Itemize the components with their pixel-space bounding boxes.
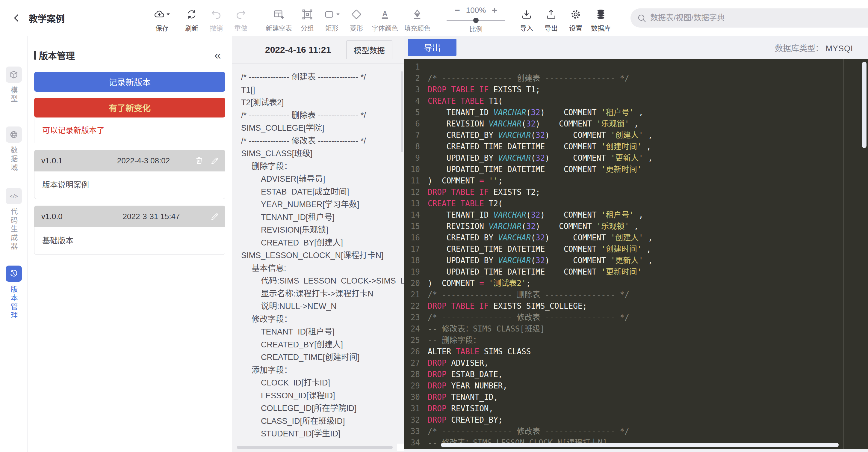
diff-line: CLASS_ID[所在班级ID]	[241, 415, 404, 428]
chevron-down-icon[interactable]	[166, 12, 171, 17]
line-number: 2	[404, 73, 428, 84]
sidebar-item-code-generator[interactable]: </> 代码生成器	[6, 188, 22, 251]
code-token	[484, 176, 489, 185]
edit-version-icon[interactable]	[210, 212, 219, 221]
toolbar-rect-button[interactable]: 矩形	[322, 4, 341, 32]
toolbar-font-color-label: 字体颜色	[372, 23, 398, 32]
sidebar-item-label: 数据域	[8, 146, 19, 172]
toolbar-undo-button[interactable]: 撤销	[207, 4, 225, 32]
chevron-left-icon	[12, 13, 22, 23]
page-title: 教学案例	[29, 11, 65, 25]
search-box	[630, 8, 868, 28]
version-card-header[interactable]: v1.0.1 2022-4-3 08:02	[34, 150, 225, 171]
version-note: 版本说明案例	[34, 171, 225, 199]
toolbar-export-button[interactable]: 导出	[542, 4, 560, 32]
diff-scrollbar-horizontal[interactable]	[237, 446, 393, 449]
diff-line: SIMS_COLLEGE[学院]	[241, 122, 404, 135]
record-version-button[interactable]: 记录新版本	[34, 72, 225, 92]
cube-icon	[9, 70, 18, 79]
code-token: EXISTS T1;	[489, 85, 540, 94]
code-token: ,	[634, 210, 643, 219]
edit-version-icon[interactable]	[210, 156, 219, 165]
code-token: ;	[498, 176, 503, 185]
code-scrollbar-vertical[interactable]	[862, 62, 867, 148]
code-line: 22 DROP TABLE IF EXISTS SIMS_COLLEGE;	[404, 300, 868, 312]
back-button[interactable]	[10, 11, 23, 25]
version-number: v1.0.0	[41, 212, 92, 221]
line-number: 19	[404, 266, 428, 278]
zoom-value: 100%	[466, 6, 486, 15]
import-icon	[521, 9, 532, 20]
new-changes-button[interactable]: 有了新变化	[34, 98, 225, 117]
diff-line: T2[测试表2]	[241, 96, 404, 109]
code-token: (	[531, 131, 535, 140]
toolbar-group-button[interactable]: 分组	[298, 4, 317, 32]
zoom-in-button[interactable]: +	[492, 6, 497, 15]
diff-line: STUDENT_ID[学生ID]	[241, 427, 404, 440]
toolbar-redo-button[interactable]: 重做	[231, 4, 250, 32]
line-number: 15	[404, 221, 428, 232]
code-token: VARCHAR	[498, 153, 531, 163]
code-scrollbar-horizontal[interactable]	[441, 443, 839, 447]
svg-text:</>: </>	[9, 194, 18, 199]
version-card-header[interactable]: v1.0.0 2022-3-31 15:47	[34, 206, 225, 227]
code-token: ) COMMENT	[428, 279, 479, 288]
toolbar-save-button[interactable]: 保存	[153, 4, 171, 32]
toolbar-undo-label: 撤销	[210, 23, 223, 32]
code-token: '创建时间'	[601, 142, 642, 151]
code-token: 32	[535, 131, 545, 140]
toolbar-font-color-button[interactable]: A 字体颜色	[372, 4, 398, 32]
code-line: 19 UPDATED_TIME DATETIME COMMENT '更新时间'	[404, 266, 868, 278]
diff-line: ESTAB_DATE[成立时间]	[241, 186, 404, 198]
delete-version-icon[interactable]	[195, 156, 204, 165]
toolbar-fill-color-button[interactable]: 填充颜色	[404, 4, 430, 32]
chevron-down-icon[interactable]	[336, 12, 341, 17]
toolbar-diamond-label: 菱形	[350, 23, 363, 32]
search-input[interactable]	[630, 8, 868, 28]
code-line: 1	[404, 61, 868, 73]
diff-line: COLLEGE_ID[所在学院ID]	[241, 402, 404, 415]
scroll-corner	[397, 444, 404, 451]
export-sql-button[interactable]: 导出	[408, 39, 457, 56]
version-card: v1.0.1 2022-4-3 08:02 版本说明案例	[34, 150, 225, 199]
collapse-panel-button[interactable]: «	[214, 49, 225, 61]
toolbar-separator	[177, 8, 177, 22]
zoom-slider[interactable]	[446, 20, 505, 21]
diff-scrollbar-vertical[interactable]	[401, 71, 403, 152]
toolbar-refresh-button[interactable]: 刷新	[182, 4, 201, 32]
sidebar-item-model[interactable]: 模型	[6, 66, 22, 104]
toolbar-new-table-button[interactable]: 新建空表	[266, 4, 292, 32]
toolbar-settings-button[interactable]: 设置	[566, 4, 585, 32]
code-token: DROP	[428, 393, 446, 402]
model-data-button[interactable]: 模型数据	[346, 40, 392, 59]
code-token: EXISTS T2;	[489, 188, 540, 197]
code-token: VARCHAR	[493, 108, 526, 117]
toolbar-import-button[interactable]: 导入	[517, 4, 536, 32]
code-token: TABLE	[456, 347, 479, 356]
toolbar-diamond-button[interactable]: 菱形	[347, 4, 366, 32]
code-line: 9 UPDATED_BY VARCHAR(32) COMMENT '更新人' ,	[404, 152, 868, 164]
zoom-control: − 100% + 比例	[446, 6, 505, 33]
version-panel-title: 版本管理	[34, 49, 75, 62]
sidebar-item-version-management[interactable]: 版本管理	[6, 265, 22, 320]
title-bar-decoration	[34, 51, 36, 60]
sidebar-item-label: 模型	[8, 86, 19, 104]
code-token: CREATE TABLE	[428, 199, 484, 208]
code-token: YEAR_NUMBER,	[446, 381, 508, 390]
code-token: 32	[535, 256, 545, 265]
diff-line: 说明:NULL->NEW_N	[241, 300, 404, 313]
code-token: =	[479, 176, 484, 185]
diff-line: 添加字段：	[241, 364, 404, 377]
zoom-out-button[interactable]: −	[455, 6, 460, 15]
zoom-slider-handle[interactable]	[473, 18, 478, 23]
toolbar-import-label: 导入	[520, 23, 533, 32]
code-token: CREATED_TIME DATETIME COMMENT	[428, 245, 601, 254]
toolbar-save-label: 保存	[155, 23, 168, 32]
code-token: '乐观锁'	[597, 119, 629, 128]
code-token: 32	[535, 153, 545, 163]
code-token: '租户号'	[601, 210, 634, 219]
toolbar-database-button[interactable]: 数据库	[591, 4, 611, 32]
table-plus-icon	[273, 9, 284, 20]
sidebar-item-data-domain[interactable]: 数据域	[6, 126, 22, 172]
zoom-scale-label: 比例	[469, 24, 483, 33]
